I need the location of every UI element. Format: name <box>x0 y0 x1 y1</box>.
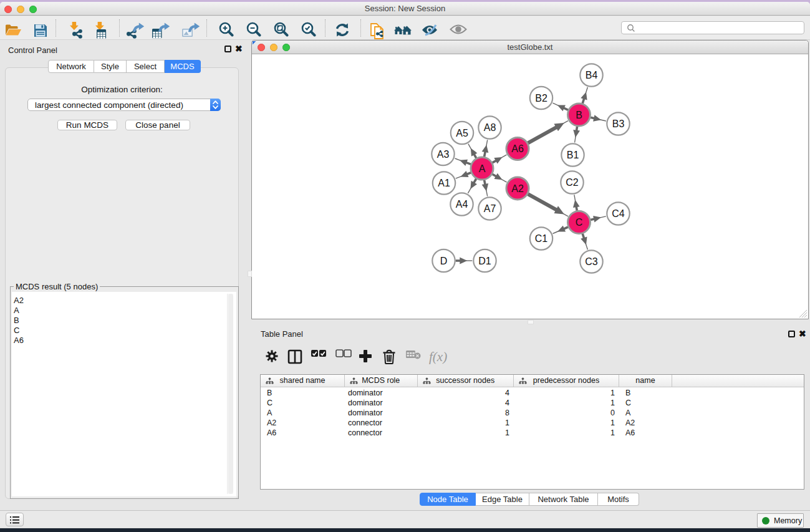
svg-text:A1: A1 <box>438 178 450 188</box>
svg-text:C2: C2 <box>566 177 579 188</box>
svg-text:A5: A5 <box>456 128 468 138</box>
svg-text:B2: B2 <box>535 93 547 104</box>
svg-text:A3: A3 <box>437 149 450 160</box>
svg-text:C: C <box>576 217 583 228</box>
svg-text:B: B <box>576 110 582 120</box>
svg-text:A: A <box>479 163 486 174</box>
svg-text:D: D <box>440 256 448 266</box>
svg-text:A6: A6 <box>511 143 524 154</box>
svg-text:A8: A8 <box>484 122 496 133</box>
svg-text:C1: C1 <box>535 233 548 244</box>
svg-text:C3: C3 <box>585 256 598 267</box>
svg-text:C4: C4 <box>612 208 625 219</box>
svg-text:A4: A4 <box>456 199 468 210</box>
svg-text:A2: A2 <box>511 183 524 194</box>
svg-text:D1: D1 <box>478 256 491 266</box>
svg-text:B1: B1 <box>567 150 579 160</box>
svg-text:B4: B4 <box>586 70 598 80</box>
svg-text:A7: A7 <box>484 203 496 214</box>
svg-text:B3: B3 <box>612 118 625 129</box>
